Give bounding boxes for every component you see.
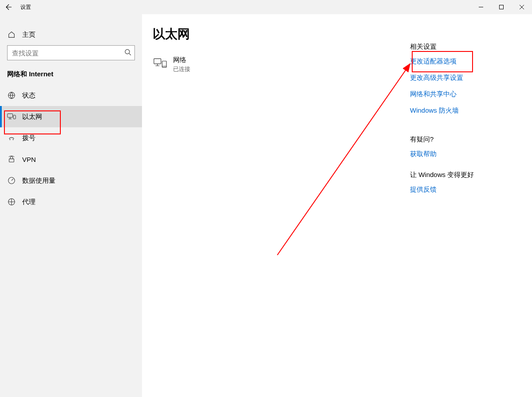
svg-rect-0: [500, 5, 504, 9]
globe-icon: [7, 91, 16, 100]
svg-point-6: [13, 139, 14, 140]
sidebar-home[interactable]: 主页: [0, 24, 142, 45]
network-monitor-icon: [153, 56, 168, 71]
sidebar-item-status[interactable]: 状态: [0, 85, 142, 106]
network-name: 网络: [173, 56, 190, 64]
maximize-button[interactable]: [491, 0, 512, 14]
sidebar-item-label: 以太网: [16, 113, 42, 121]
search-box[interactable]: [7, 45, 135, 60]
dialup-icon: [7, 134, 16, 142]
svg-rect-4: [13, 115, 16, 119]
close-icon: [520, 5, 524, 9]
link-windows-firewall[interactable]: Windows 防火墙: [410, 106, 525, 115]
improve-heading: 让 Windows 变得更好: [410, 171, 525, 179]
svg-rect-7: [9, 159, 14, 162]
svg-point-5: [9, 139, 10, 140]
related-settings-heading: 相关设置: [410, 43, 525, 51]
sidebar-category-heading: 网络和 Internet: [0, 64, 142, 85]
back-arrow-icon: [5, 4, 12, 11]
proxy-icon: [7, 197, 16, 206]
sidebar-item-proxy[interactable]: 代理: [0, 191, 142, 212]
right-panel: 相关设置 更改适配器选项 更改高级共享设置 网络和共享中心 Windows 防火…: [410, 26, 525, 397]
link-get-help[interactable]: 获取帮助: [410, 150, 525, 158]
svg-point-1: [125, 50, 130, 54]
close-button[interactable]: [512, 0, 532, 14]
svg-rect-3: [8, 114, 13, 117]
search-input[interactable]: [7, 45, 135, 60]
sidebar-item-label: VPN: [16, 156, 36, 163]
sidebar-item-dialup[interactable]: 拨号: [0, 127, 142, 149]
minimize-button[interactable]: [471, 0, 491, 14]
sidebar-item-label: 代理: [16, 198, 35, 206]
sidebar: 主页 网络和 Internet 状态 以太网: [0, 14, 142, 397]
window-title: 设置: [18, 4, 31, 11]
link-network-sharing-center[interactable]: 网络和共享中心: [410, 90, 525, 98]
sidebar-item-ethernet[interactable]: 以太网: [0, 106, 142, 127]
content-area: 以太网 网络 已连接 相关设置 更改适配器选项 更改高级共享设置 网络和共享中心…: [142, 14, 532, 397]
ethernet-icon: [7, 112, 16, 121]
svg-rect-11: [162, 61, 166, 67]
sidebar-item-label: 拨号: [16, 134, 35, 142]
meter-icon: [7, 176, 16, 185]
network-entry[interactable]: 网络 已连接: [153, 54, 410, 75]
link-change-adapter-options[interactable]: 更改适配器选项: [410, 57, 525, 66]
minimize-icon: [479, 5, 483, 9]
sidebar-item-vpn[interactable]: VPN: [0, 149, 142, 170]
sidebar-item-data-usage[interactable]: 数据使用量: [0, 170, 142, 191]
sidebar-item-label: 数据使用量: [16, 177, 55, 185]
link-change-advanced-sharing[interactable]: 更改高级共享设置: [410, 74, 525, 82]
network-status: 已连接: [173, 65, 190, 73]
titlebar: 设置: [0, 0, 532, 14]
sidebar-home-label: 主页: [16, 31, 35, 39]
vpn-icon: [7, 155, 16, 164]
link-provide-feedback[interactable]: 提供反馈: [410, 185, 525, 194]
home-icon: [7, 30, 16, 39]
search-icon: [124, 49, 131, 57]
maximize-icon: [499, 5, 504, 9]
question-heading: 有疑问?: [410, 135, 525, 144]
sidebar-item-label: 状态: [16, 91, 35, 100]
svg-rect-10: [154, 59, 161, 63]
back-button[interactable]: [0, 0, 18, 14]
page-title: 以太网: [153, 26, 410, 43]
